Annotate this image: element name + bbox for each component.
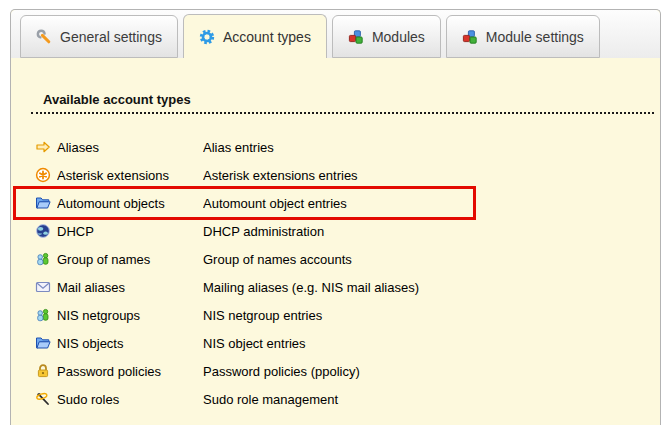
globe-icon — [35, 223, 51, 239]
add-account-type-button[interactable] — [448, 139, 464, 155]
account-type-description: Asterisk extensions entries — [203, 168, 442, 183]
account-type-row: Aliases Alias entries — [35, 133, 464, 161]
tab-label: Module settings — [486, 29, 584, 45]
tab-general-settings[interactable]: General settings — [20, 15, 178, 58]
add-account-type-button[interactable] — [448, 251, 464, 267]
tab-label: Modules — [372, 29, 425, 45]
account-type-label: NIS objects — [57, 336, 197, 351]
modules-icon — [462, 29, 478, 45]
add-account-type-button[interactable] — [448, 307, 464, 323]
panel-heading: Available account types — [31, 92, 654, 114]
account-type-label: Mail aliases — [57, 280, 197, 295]
mail-icon — [35, 279, 51, 295]
account-type-row: NIS objects NIS object entries — [35, 329, 464, 357]
account-type-row: NIS netgroups NIS netgroup entries — [35, 301, 464, 329]
account-type-row: Mail aliases Mailing aliases (e.g. NIS m… — [35, 273, 464, 301]
account-type-row: Sudo roles Sudo role management — [35, 385, 464, 413]
account-type-description: NIS netgroup entries — [203, 308, 442, 323]
group-icon — [35, 251, 51, 267]
account-type-row: Asterisk extensions Asterisk extensions … — [35, 161, 464, 189]
account-type-description: Automount object entries — [203, 196, 442, 211]
modules-icon — [348, 29, 364, 45]
add-account-type-button[interactable] — [448, 363, 464, 379]
account-type-label: Aliases — [57, 140, 197, 155]
account-type-label: Asterisk extensions — [57, 168, 197, 183]
add-account-type-button[interactable] — [448, 335, 464, 351]
add-account-type-button[interactable] — [448, 167, 464, 183]
account-type-label: NIS netgroups — [57, 308, 197, 323]
account-type-row: Automount objects Automount object entri… — [35, 189, 464, 217]
group-icon — [35, 307, 51, 323]
account-types-panel: Available account types Aliases Alias en… — [11, 58, 660, 413]
account-type-row: Password policies Password policies (ppo… — [35, 357, 464, 385]
folder-open-icon — [35, 335, 51, 351]
add-account-type-button[interactable] — [448, 223, 464, 239]
account-type-description: Sudo role management — [203, 392, 442, 407]
account-type-list: Aliases Alias entries Asterisk extension… — [35, 133, 464, 413]
account-type-description: Mailing aliases (e.g. NIS mail aliases) — [203, 280, 442, 295]
gear-icon — [199, 29, 215, 45]
tab-module-settings[interactable]: Module settings — [446, 15, 600, 58]
account-type-label: Group of names — [57, 252, 197, 267]
account-type-row: DHCP DHCP administration — [35, 217, 464, 245]
add-account-type-button[interactable] — [448, 195, 464, 211]
account-type-label: Sudo roles — [57, 392, 197, 407]
tab-bar: General settings Account types Modules M… — [11, 10, 660, 58]
account-type-label: Password policies — [57, 364, 197, 379]
account-type-description: NIS object entries — [203, 336, 442, 351]
tab-modules[interactable]: Modules — [332, 15, 441, 58]
tab-label: General settings — [60, 29, 162, 45]
tab-label: Account types — [223, 29, 311, 45]
arrow-right-icon — [35, 139, 51, 155]
account-type-row: Group of names Group of names accounts — [35, 245, 464, 273]
account-type-description: Group of names accounts — [203, 252, 442, 267]
add-account-type-button[interactable] — [448, 391, 464, 407]
folder-open-icon — [35, 195, 51, 211]
wand-icon — [35, 391, 51, 407]
configuration-widget: General settings Account types Modules M… — [10, 9, 661, 425]
wrench-icon — [36, 29, 52, 45]
add-account-type-button[interactable] — [448, 279, 464, 295]
account-type-description: DHCP administration — [203, 224, 442, 239]
account-type-label: Automount objects — [57, 196, 197, 211]
lock-icon — [35, 363, 51, 379]
tab-account-types[interactable]: Account types — [183, 14, 327, 58]
account-type-description: Password policies (ppolicy) — [203, 364, 442, 379]
account-type-description: Alias entries — [203, 140, 442, 155]
account-type-label: DHCP — [57, 224, 197, 239]
asterisk-circle-icon — [35, 167, 51, 183]
